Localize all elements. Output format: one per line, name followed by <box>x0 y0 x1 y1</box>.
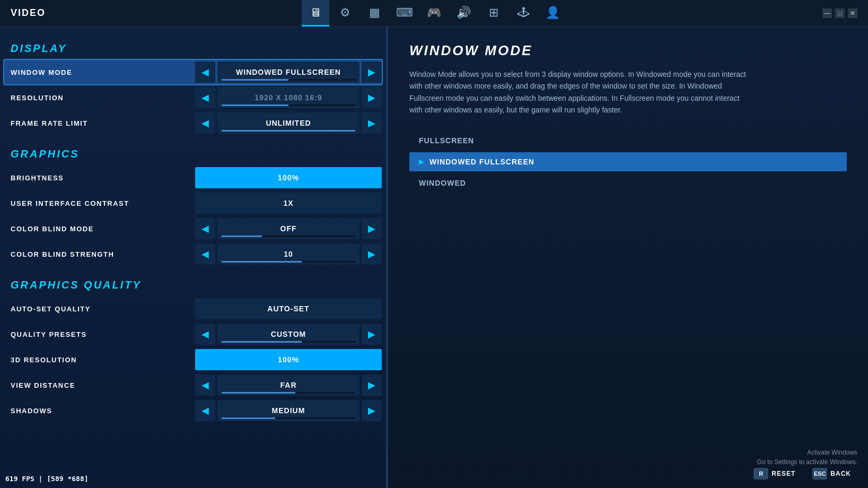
bottom-btn-reset[interactable]: RRESET <box>745 464 804 484</box>
setting-control-window-mode: ◀WINDOWED FULLSCREEN▶ <box>195 62 382 83</box>
next-button-color-blind-strength[interactable]: ▶ <box>362 243 382 265</box>
setting-label-frame-rate-limit: FRAME RATE LIMIT <box>4 119 195 127</box>
setting-label-3d-resolution: 3D RESOLUTION <box>4 356 195 364</box>
prev-button-color-blind-strength[interactable]: ◀ <box>195 243 215 265</box>
main-layout: DISPLAYWINDOW MODE◀WINDOWED FULLSCREEN▶R… <box>0 27 868 488</box>
gamepad-icon[interactable]: 🕹 <box>510 0 537 27</box>
slider-bar-shadows <box>222 417 355 419</box>
bottom-btn-back[interactable]: ESCBACK <box>804 464 860 484</box>
watermark-line1: Activate Windows <box>757 448 857 457</box>
setting-row-3d-resolution[interactable]: 3D RESOLUTION100% <box>4 347 382 372</box>
settings-icon[interactable]: ⚙ <box>331 0 359 27</box>
value-text-color-blind-strength: 10 <box>284 250 293 258</box>
setting-label-resolution: RESOLUTION <box>4 94 195 102</box>
section-header-display: DISPLAY <box>0 37 386 59</box>
setting-row-auto-set-quality[interactable]: AUTO-SET QUALITYAUTO-SET <box>4 297 382 321</box>
option-item-1[interactable]: ▶WINDOWED FULLSCREEN <box>409 152 847 171</box>
slider-bar-view-distance <box>222 392 355 394</box>
setting-control-auto-set-quality: AUTO-SET <box>195 298 382 319</box>
info-title: WINDOW MODE <box>409 42 847 59</box>
slider-bar-color-blind-strength <box>222 261 355 263</box>
value-box-window-mode: WINDOWED FULLSCREEN <box>217 62 360 83</box>
prev-button-shadows[interactable]: ◀ <box>195 400 215 421</box>
setting-row-color-blind-strength[interactable]: COLOR BLIND STRENGTH◀10▶ <box>4 242 382 266</box>
setting-control-view-distance: ◀FAR▶ <box>195 374 382 396</box>
setting-control-ui-contrast: 1x <box>195 193 382 214</box>
prev-button-view-distance[interactable]: ◀ <box>195 374 215 396</box>
value-text-frame-rate-limit: UNLIMITED <box>266 119 311 127</box>
prev-button-frame-rate-limit[interactable]: ◀ <box>195 112 215 134</box>
option-list: FULLSCREEN▶WINDOWED FULLSCREENWINDOWED <box>409 131 847 193</box>
prev-button-quality-presets[interactable]: ◀ <box>195 324 215 345</box>
value-text-resolution: 1920 X 1080 16:9 <box>255 93 322 102</box>
value-box-ui-contrast: 1x <box>195 193 382 214</box>
user-icon[interactable]: 👤 <box>539 0 567 27</box>
value-text-color-blind-mode: OFF <box>280 224 297 233</box>
next-button-window-mode[interactable]: ▶ <box>362 62 382 83</box>
account-icon[interactable]: ⊞ <box>480 0 507 27</box>
page-title: VIDEO <box>11 7 46 19</box>
btn-label-0: RESET <box>771 470 795 477</box>
prev-button-window-mode[interactable]: ◀ <box>195 62 215 83</box>
setting-control-3d-resolution: 100% <box>195 349 382 370</box>
audio-icon[interactable]: 🔊 <box>450 0 478 27</box>
next-button-resolution[interactable]: ▶ <box>362 87 382 108</box>
bottom-bar: RRESETESCBACK <box>737 459 868 488</box>
close-button[interactable]: ✕ <box>848 8 857 18</box>
value-text-window-mode: WINDOWED FULLSCREEN <box>236 68 341 76</box>
setting-row-shadows[interactable]: SHADOWS◀MEDIUM▶ <box>4 398 382 423</box>
display-icon[interactable]: ▦ <box>361 0 389 27</box>
prev-button-color-blind-mode[interactable]: ◀ <box>195 218 215 239</box>
setting-label-ui-contrast: USER INTERFACE CONTRAST <box>4 199 195 207</box>
value-text-shadows: MEDIUM <box>272 406 305 415</box>
next-button-shadows[interactable]: ▶ <box>362 400 382 421</box>
setting-control-color-blind-mode: ◀OFF▶ <box>195 218 382 239</box>
setting-control-shadows: ◀MEDIUM▶ <box>195 400 382 421</box>
option-item-0[interactable]: FULLSCREEN <box>409 131 847 150</box>
value-box-shadows: MEDIUM <box>217 400 360 421</box>
option-label-1: WINDOWED FULLSCREEN <box>429 158 534 166</box>
setting-control-frame-rate-limit: ◀UNLIMITED▶ <box>195 112 382 134</box>
btn-key-1: ESC <box>812 468 827 480</box>
slider-bar-resolution <box>222 104 355 106</box>
setting-row-ui-contrast[interactable]: USER INTERFACE CONTRAST1x <box>4 191 382 215</box>
value-text-view-distance: FAR <box>280 381 297 389</box>
value-box-auto-set-quality: AUTO-SET <box>195 298 382 319</box>
setting-row-quality-presets[interactable]: QUALITY PRESETS◀CUSTOM▶ <box>4 322 382 346</box>
setting-control-color-blind-strength: ◀10▶ <box>195 243 382 265</box>
option-label-2: WINDOWED <box>419 179 466 187</box>
option-item-2[interactable]: WINDOWED <box>409 173 847 193</box>
setting-label-auto-set-quality: AUTO-SET QUALITY <box>4 305 195 313</box>
setting-label-window-mode: WINDOW MODE <box>4 68 195 76</box>
setting-row-brightness[interactable]: BRIGHTNESS100% <box>4 165 382 190</box>
keyboard-icon[interactable]: ⌨ <box>391 0 418 27</box>
setting-row-resolution[interactable]: RESOLUTION◀1920 X 1080 16:9▶ <box>4 85 382 110</box>
setting-row-color-blind-mode[interactable]: COLOR BLIND MODE◀OFF▶ <box>4 216 382 241</box>
monitor-icon[interactable]: 🖥 <box>302 0 329 27</box>
next-button-color-blind-mode[interactable]: ▶ <box>362 218 382 239</box>
slider-bar-quality-presets <box>222 341 355 343</box>
next-button-view-distance[interactable]: ▶ <box>362 374 382 396</box>
value-box-view-distance: FAR <box>217 374 360 396</box>
minimize-button[interactable]: — <box>822 8 832 18</box>
value-text-quality-presets: CUSTOM <box>271 330 306 338</box>
next-button-frame-rate-limit[interactable]: ▶ <box>362 112 382 134</box>
controller-icon[interactable]: 🎮 <box>420 0 448 27</box>
setting-control-quality-presets: ◀CUSTOM▶ <box>195 324 382 345</box>
setting-control-resolution: ◀1920 X 1080 16:9▶ <box>195 87 382 108</box>
next-button-quality-presets[interactable]: ▶ <box>362 324 382 345</box>
nav-bar: 🖥⚙▦⌨🎮🔊⊞🕹👤 <box>302 0 567 27</box>
setting-label-quality-presets: QUALITY PRESETS <box>4 330 195 338</box>
setting-control-brightness: 100% <box>195 167 382 188</box>
value-text-ui-contrast: 1x <box>283 199 293 207</box>
setting-row-window-mode[interactable]: WINDOW MODE◀WINDOWED FULLSCREEN▶ <box>4 60 382 84</box>
info-panel: WINDOW MODE Window Mode allows you to se… <box>388 27 868 488</box>
option-label-0: FULLSCREEN <box>419 136 474 145</box>
info-description: Window Mode allows you to select from 3 … <box>409 68 749 116</box>
setting-row-frame-rate-limit[interactable]: FRAME RATE LIMIT◀UNLIMITED▶ <box>4 111 382 135</box>
maximize-button[interactable]: □ <box>835 8 845 18</box>
slider-bar-frame-rate-limit <box>222 130 355 132</box>
setting-row-view-distance[interactable]: VIEW DISTANCE◀FAR▶ <box>4 373 382 397</box>
prev-button-resolution[interactable]: ◀ <box>195 87 215 108</box>
window-controls[interactable]: — □ ✕ <box>822 8 857 18</box>
